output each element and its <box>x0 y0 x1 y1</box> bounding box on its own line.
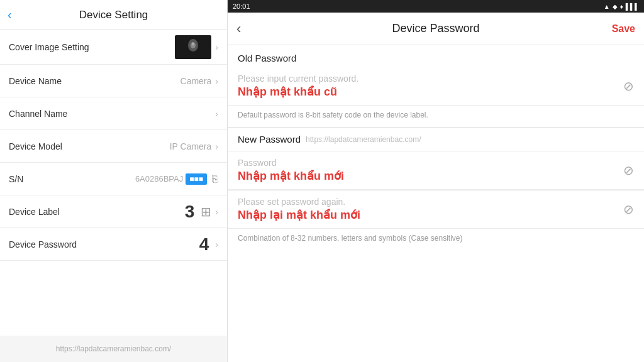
device-password-nav-number: 4 <box>199 234 209 255</box>
left-footer-url: https://lapdatcameramienbac.com/ <box>0 336 227 362</box>
old-password-annotation: Nhập mật khẩu cũ <box>238 85 617 99</box>
old-password-field-content: Please input current password. Nhập mật … <box>238 74 617 99</box>
confirm-password-field-row[interactable]: Please set password again. Nhập lại mật … <box>228 190 644 229</box>
left-settings-list: Cover Image Setting › Device Name Camera… <box>0 30 227 336</box>
device-password-nav-arrow: › <box>215 239 218 250</box>
status-time: 20:01 <box>233 3 250 10</box>
confirm-password-eye-icon[interactable]: ⊘ <box>623 202 634 217</box>
cover-image-thumb <box>175 35 211 59</box>
confirm-password-placeholder: Please set password again. <box>238 197 617 207</box>
sn-row[interactable]: S/N 6A0286BPAJ ■■■ ⎘ <box>0 163 227 195</box>
copy-icon[interactable]: ⎘ <box>212 173 218 185</box>
channel-name-label: Channel Name <box>9 109 215 119</box>
channel-name-arrow: › <box>215 109 218 119</box>
channel-name-row[interactable]: Channel Name › <box>0 97 227 130</box>
device-name-arrow: › <box>215 76 218 86</box>
device-label-label: Device Label <box>9 207 185 217</box>
old-password-eye-icon[interactable]: ⊘ <box>623 79 634 94</box>
device-password-nav-row[interactable]: Device Password 4 › <box>0 228 227 261</box>
new-password-hint: Combination of 8-32 numbers, letters and… <box>228 229 644 250</box>
new-password-section-url: https://lapdatcameramienbac.com/ <box>306 135 634 144</box>
right-panel: 20:01 ▲ ◆ ♦ ▌▌▌ ‹ Device Password Save O… <box>228 0 644 362</box>
left-panel: ‹ Device Setting Cover Image Setting › D… <box>0 0 228 362</box>
device-label-number: 3 <box>185 202 195 222</box>
new-password-section-row: New Password https://lapdatcameramienbac… <box>228 128 644 151</box>
status-bar: 20:01 ▲ ◆ ♦ ▌▌▌ <box>228 0 644 13</box>
device-label-row[interactable]: Device Label 3 ⊞ › <box>0 195 227 228</box>
signal-icon: ▲ <box>604 3 610 10</box>
confirm-password-annotation: Nhập lại mật khẩu mới <box>238 208 617 222</box>
new-password-annotation: Nhập mật khẩu mới <box>238 169 617 183</box>
device-model-value: IP Camera <box>170 141 212 151</box>
right-header: ‹ Device Password Save <box>228 13 644 45</box>
new-password-placeholder: Password <box>238 158 617 168</box>
new-password-field-row[interactable]: Password Nhập mật khẩu mới ⊘ <box>228 151 644 190</box>
svg-point-3 <box>192 43 194 46</box>
old-password-section-header: Old Password <box>228 45 644 67</box>
status-icons: ▲ ◆ ♦ ▌▌▌ <box>604 3 639 10</box>
wifi-icon: ◆ <box>613 3 618 10</box>
device-name-row[interactable]: Device Name Camera › <box>0 65 227 97</box>
device-model-row[interactable]: Device Model IP Camera › <box>0 130 227 163</box>
old-password-placeholder: Please input current password. <box>238 74 617 84</box>
right-title: Device Password <box>392 22 479 35</box>
cover-image-row[interactable]: Cover Image Setting › <box>0 30 227 65</box>
new-password-eye-icon[interactable]: ⊘ <box>623 163 634 178</box>
new-password-section-label: New Password <box>238 134 301 145</box>
device-model-arrow: › <box>215 141 218 151</box>
device-name-value: Camera <box>180 76 212 86</box>
left-header: ‹ Device Setting <box>0 0 227 30</box>
confirm-password-field-content: Please set password again. Nhập lại mật … <box>238 197 617 222</box>
device-name-label: Device Name <box>9 76 180 86</box>
device-password-nav-label: Device Password <box>9 239 199 250</box>
cover-image-label: Cover Image Setting <box>9 42 175 52</box>
right-content: Old Password Please input current passwo… <box>228 45 644 362</box>
left-back-button[interactable]: ‹ <box>8 8 12 22</box>
sn-value-block: 6A0286BPAJ ■■■ ⎘ <box>135 173 218 185</box>
qr-icon: ⊞ <box>201 204 211 219</box>
sn-label: S/N <box>9 174 135 184</box>
battery-icon: ▌▌▌ <box>626 3 639 10</box>
right-back-button[interactable]: ‹ <box>236 21 241 37</box>
device-model-label: Device Model <box>9 141 170 151</box>
location-icon: ♦ <box>620 3 623 10</box>
save-button[interactable]: Save <box>612 23 635 35</box>
sn-highlight: ■■■ <box>186 173 207 185</box>
old-password-field-row[interactable]: Please input current password. Nhập mật … <box>228 67 644 106</box>
cover-image-arrow: › <box>215 42 218 52</box>
device-label-arrow: › <box>215 207 218 217</box>
new-password-field-content: Password Nhập mật khẩu mới <box>238 158 617 183</box>
old-password-hint: Default password is 8-bit safety code on… <box>228 106 644 127</box>
left-title: Device Setting <box>79 9 148 21</box>
sn-text: 6A0286BPAJ <box>135 174 183 184</box>
